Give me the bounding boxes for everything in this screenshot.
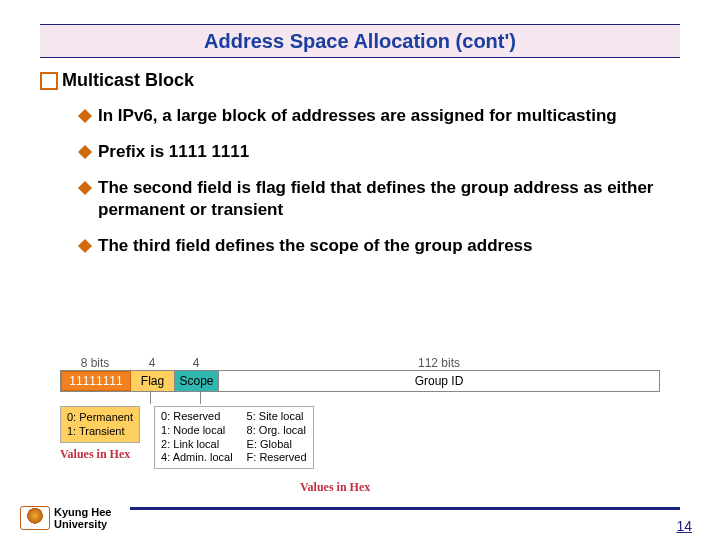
square-bullet-icon	[40, 72, 58, 90]
footer-rule	[130, 507, 680, 510]
list-item-text: In IPv6, a large block of addresses are …	[98, 105, 617, 127]
list-item: The third field defines the scope of the…	[80, 235, 680, 257]
flag-legend-box: 0: Permanent 1: Transient	[60, 406, 140, 443]
list-item-text: The third field defines the scope of the…	[98, 235, 533, 257]
page-number: 14	[676, 518, 692, 534]
bits-label-4b: 4	[174, 356, 218, 370]
groupid-cell: Group ID	[219, 371, 659, 391]
connector-line-icon	[200, 392, 201, 404]
values-in-hex-label: Values in Hex	[60, 447, 140, 462]
university-logo-icon	[20, 506, 50, 530]
section-heading: Multicast Block	[40, 70, 680, 91]
list-item: The second field is flag field that defi…	[80, 177, 680, 221]
diamond-bullet-icon	[78, 181, 92, 195]
bits-label-4a: 4	[130, 356, 174, 370]
scope-cell: Scope	[175, 371, 219, 391]
footer: Kyung Hee University	[20, 506, 111, 530]
list-item-text: Prefix is 1111 1111	[98, 141, 249, 163]
connector-line-icon	[150, 392, 151, 404]
list-item-text: The second field is flag field that defi…	[98, 177, 658, 221]
diamond-bullet-icon	[78, 109, 92, 123]
values-in-hex-label: Values in Hex	[300, 480, 370, 495]
scope-legend-col2: 5: Site local 8: Org. local E: Global F:…	[247, 410, 307, 465]
flag-cell: Flag	[131, 371, 175, 391]
university-name: Kyung Hee University	[54, 506, 111, 530]
legend-row: 0: Permanent 1: Transient Values in Hex …	[60, 406, 660, 469]
diamond-bullet-icon	[78, 239, 92, 253]
content-area: Multicast Block In IPv6, a large block o…	[40, 70, 680, 263]
address-format-diagram: 8 bits 4 4 112 bits 11111111 Flag Scope …	[60, 356, 660, 469]
list-item: Prefix is 1111 1111	[80, 141, 680, 163]
title-bar: Address Space Allocation (cont')	[40, 24, 680, 58]
scope-legend-col1: 0: Reserved 1: Node local 2: Link local …	[161, 410, 233, 465]
list-item: In IPv6, a large block of addresses are …	[80, 105, 680, 127]
slide: Address Space Allocation (cont') Multica…	[0, 0, 720, 540]
slide-title: Address Space Allocation (cont')	[204, 30, 516, 53]
address-fields-row: 11111111 Flag Scope Group ID	[60, 370, 660, 392]
university-line1: Kyung Hee	[54, 506, 111, 518]
university-line2: University	[54, 518, 111, 530]
section-heading-text: Multicast Block	[62, 70, 194, 91]
prefix-cell: 11111111	[61, 371, 131, 391]
bits-label-8: 8 bits	[60, 356, 130, 370]
bits-label-112: 112 bits	[218, 356, 660, 370]
bit-labels-row: 8 bits 4 4 112 bits	[60, 356, 660, 370]
scope-legend-box: 0: Reserved 1: Node local 2: Link local …	[154, 406, 313, 469]
diamond-bullet-icon	[78, 145, 92, 159]
connector-lines	[60, 392, 660, 406]
